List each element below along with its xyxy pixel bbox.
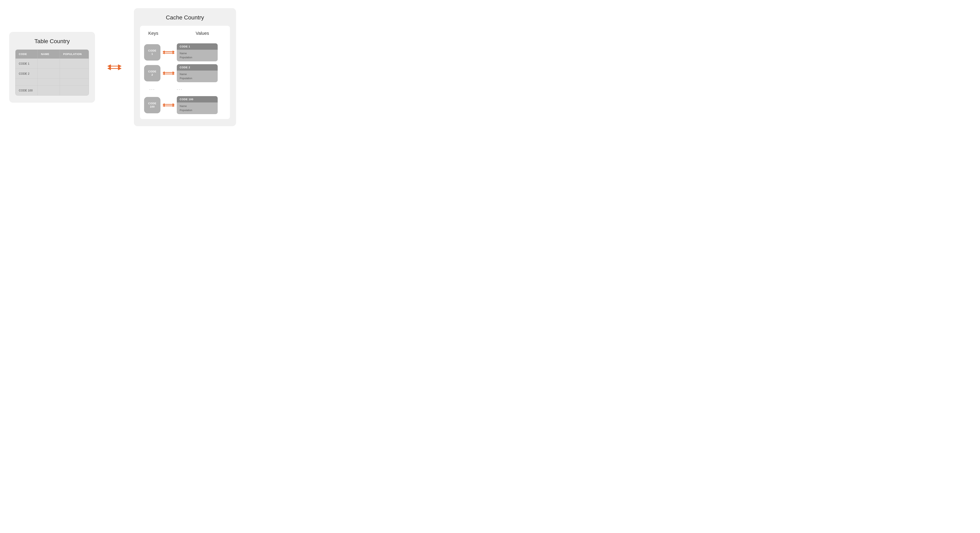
value-card-body-2: Name Population xyxy=(177,70,218,82)
middle-bidirectional-arrow xyxy=(107,62,122,72)
table-row: CODE 2 xyxy=(16,69,89,78)
key-bubble-1: CODE 1 xyxy=(144,44,161,61)
value-name-1: Name xyxy=(180,51,215,56)
cell-code-1: CODE 1 xyxy=(16,59,38,69)
keys-column-title: Keys xyxy=(144,31,162,36)
svg-marker-3 xyxy=(162,52,175,54)
cell-pop-2 xyxy=(60,69,89,78)
value-card-header-1: CODE 1 xyxy=(177,43,218,50)
svg-marker-0 xyxy=(107,64,122,68)
table-country-panel: Table Country CODE NAME POPULATION CODE … xyxy=(9,32,95,103)
bidirectional-arrow-100 xyxy=(162,97,175,113)
key-bubble-2: CODE 2 xyxy=(144,65,161,81)
svg-marker-5 xyxy=(162,73,175,75)
cell-name-1 xyxy=(38,59,60,69)
value-pop-2: Population xyxy=(180,76,215,80)
key-code-label-2: CODE xyxy=(148,70,156,73)
db-table: CODE NAME POPULATION CODE 1 CODE 2 CODE … xyxy=(15,49,89,96)
value-card-header-2: CODE 2 xyxy=(177,64,218,70)
value-card-body-1: Name Population xyxy=(177,50,218,61)
value-card-body-100: Name Population xyxy=(177,102,218,114)
value-pop-100: Population xyxy=(180,108,215,112)
value-card-1: CODE 1 Name Population xyxy=(177,43,218,61)
svg-marker-7 xyxy=(162,105,175,107)
col-header-name: NAME xyxy=(38,50,60,59)
cache-inner-box: Keys Values CODE 1 xyxy=(140,26,230,119)
value-pop-1: Population xyxy=(180,56,215,59)
key-code-label-100: CODE xyxy=(148,102,156,105)
key-num-label-2: 2 xyxy=(151,73,153,77)
cell-name-3 xyxy=(38,79,60,85)
table-header-row: CODE NAME POPULATION xyxy=(16,50,89,59)
cell-code-2: CODE 2 xyxy=(16,69,38,78)
table-row: CODE 100 xyxy=(16,85,89,95)
cell-pop-3 xyxy=(60,79,89,85)
cell-name-100 xyxy=(38,86,60,95)
cell-code-3 xyxy=(16,79,38,85)
col-header-population: POPULATION xyxy=(60,50,89,59)
bidirectional-arrow-1 xyxy=(162,44,175,61)
value-card-header-100: CODE 100 xyxy=(177,96,218,102)
value-card-100: CODE 100 Name Population xyxy=(177,96,218,114)
key-num-label-100: 100 xyxy=(150,105,155,109)
bidirectional-arrow-2 xyxy=(162,65,175,81)
value-name-100: Name xyxy=(180,104,215,108)
main-container: Table Country CODE NAME POPULATION CODE … xyxy=(8,8,237,126)
cache-country-panel: Cache Country Keys Values CODE 1 xyxy=(134,8,236,126)
dots-value: ··· xyxy=(177,85,218,93)
dots-key: ··· xyxy=(144,85,161,93)
value-card-2: CODE 2 Name Population xyxy=(177,64,218,82)
svg-marker-1 xyxy=(107,67,122,70)
cell-name-2 xyxy=(38,69,60,78)
cell-code-100: CODE 100 xyxy=(16,86,38,95)
table-row xyxy=(16,78,89,85)
key-num-label-1: 1 xyxy=(151,53,153,56)
cache-country-title: Cache Country xyxy=(140,14,230,21)
cell-pop-1 xyxy=(60,59,89,69)
value-name-2: Name xyxy=(180,72,215,76)
col-header-code: CODE xyxy=(16,50,38,59)
cell-pop-100 xyxy=(60,86,89,95)
key-bubble-100: CODE 100 xyxy=(144,97,161,113)
table-country-title: Table Country xyxy=(15,38,89,45)
table-row: CODE 1 xyxy=(16,59,89,69)
key-code-label-1: CODE xyxy=(148,49,156,53)
values-column-title: Values xyxy=(179,31,226,36)
